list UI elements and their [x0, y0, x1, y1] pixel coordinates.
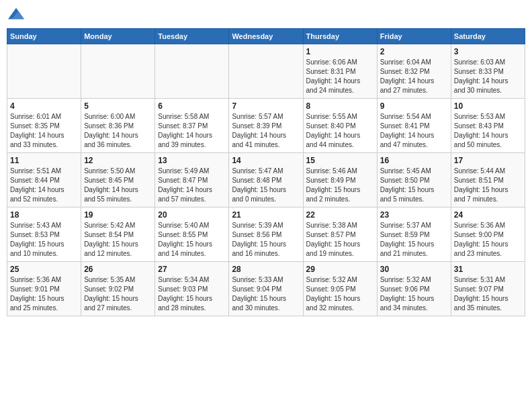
column-header-monday: Monday [81, 29, 155, 44]
logo [7, 7, 28, 23]
day-number: 26 [84, 265, 152, 274]
day-number: 6 [158, 101, 226, 111]
column-header-wednesday: Wednesday [229, 29, 303, 44]
calendar-cell: 15Sunrise: 5:46 AM Sunset: 8:49 PM Dayli… [303, 153, 377, 208]
calendar-cell: 24Sunrise: 5:36 AM Sunset: 9:00 PM Dayli… [451, 208, 525, 262]
day-info: Sunrise: 5:31 AM Sunset: 9:07 PM Dayligh… [454, 275, 522, 313]
calendar-cell: 17Sunrise: 5:44 AM Sunset: 8:51 PM Dayli… [451, 153, 525, 208]
calendar-cell: 16Sunrise: 5:45 AM Sunset: 8:50 PM Dayli… [377, 153, 451, 208]
column-header-thursday: Thursday [303, 29, 377, 44]
day-info: Sunrise: 5:58 AM Sunset: 8:37 PM Dayligh… [158, 112, 226, 150]
day-info: Sunrise: 6:06 AM Sunset: 8:31 PM Dayligh… [306, 58, 374, 95]
calendar-cell: 11Sunrise: 5:51 AM Sunset: 8:44 PM Dayli… [7, 153, 81, 208]
day-info: Sunrise: 5:32 AM Sunset: 9:05 PM Dayligh… [306, 275, 374, 313]
day-info: Sunrise: 5:53 AM Sunset: 8:43 PM Dayligh… [454, 112, 522, 150]
day-number: 8 [306, 101, 374, 111]
day-info: Sunrise: 5:38 AM Sunset: 8:57 PM Dayligh… [306, 221, 374, 259]
day-info: Sunrise: 6:01 AM Sunset: 8:35 PM Dayligh… [10, 112, 78, 150]
day-number: 1 [306, 47, 374, 56]
day-info: Sunrise: 5:43 AM Sunset: 8:53 PM Dayligh… [10, 221, 78, 259]
calendar-cell: 31Sunrise: 5:31 AM Sunset: 9:07 PM Dayli… [451, 262, 525, 316]
day-number: 23 [380, 210, 448, 220]
day-number: 7 [232, 101, 300, 111]
day-number: 27 [158, 265, 226, 274]
day-number: 18 [10, 210, 78, 220]
day-info: Sunrise: 5:32 AM Sunset: 9:06 PM Dayligh… [380, 275, 448, 313]
day-info: Sunrise: 5:36 AM Sunset: 9:01 PM Dayligh… [10, 275, 78, 313]
day-number: 9 [380, 101, 448, 111]
calendar-cell: 9Sunrise: 5:54 AM Sunset: 8:41 PM Daylig… [377, 99, 451, 153]
calendar-cell [81, 44, 155, 99]
week-row-4: 18Sunrise: 5:43 AM Sunset: 8:53 PM Dayli… [7, 208, 525, 262]
day-number: 12 [84, 156, 152, 165]
day-number: 20 [158, 210, 226, 220]
day-info: Sunrise: 5:51 AM Sunset: 8:44 PM Dayligh… [10, 167, 78, 204]
day-number: 25 [10, 265, 78, 274]
calendar-cell [7, 44, 81, 99]
day-number: 22 [306, 210, 374, 220]
day-number: 29 [306, 265, 374, 274]
calendar-cell: 12Sunrise: 5:50 AM Sunset: 8:45 PM Dayli… [81, 153, 155, 208]
day-info: Sunrise: 5:42 AM Sunset: 8:54 PM Dayligh… [84, 221, 152, 259]
week-row-5: 25Sunrise: 5:36 AM Sunset: 9:01 PM Dayli… [7, 262, 525, 316]
column-header-saturday: Saturday [451, 29, 525, 44]
day-number: 13 [158, 156, 226, 165]
day-info: Sunrise: 5:44 AM Sunset: 8:51 PM Dayligh… [454, 167, 522, 204]
day-number: 28 [232, 265, 300, 274]
day-info: Sunrise: 6:00 AM Sunset: 8:36 PM Dayligh… [84, 112, 152, 150]
day-info: Sunrise: 5:45 AM Sunset: 8:50 PM Dayligh… [380, 167, 448, 204]
day-info: Sunrise: 6:03 AM Sunset: 8:33 PM Dayligh… [454, 58, 522, 95]
week-row-3: 11Sunrise: 5:51 AM Sunset: 8:44 PM Dayli… [7, 153, 525, 208]
calendar-cell: 18Sunrise: 5:43 AM Sunset: 8:53 PM Dayli… [7, 208, 81, 262]
calendar-cell [155, 44, 229, 99]
calendar-cell: 30Sunrise: 5:32 AM Sunset: 9:06 PM Dayli… [377, 262, 451, 316]
day-number: 17 [454, 156, 522, 165]
day-info: Sunrise: 5:55 AM Sunset: 8:40 PM Dayligh… [306, 112, 374, 150]
calendar-cell: 21Sunrise: 5:39 AM Sunset: 8:56 PM Dayli… [229, 208, 303, 262]
day-number: 16 [380, 156, 448, 165]
day-info: Sunrise: 5:33 AM Sunset: 9:04 PM Dayligh… [232, 275, 300, 313]
calendar-cell: 26Sunrise: 5:35 AM Sunset: 9:02 PM Dayli… [81, 262, 155, 316]
day-info: Sunrise: 5:39 AM Sunset: 8:56 PM Dayligh… [232, 221, 300, 259]
day-info: Sunrise: 5:37 AM Sunset: 8:59 PM Dayligh… [380, 221, 448, 259]
calendar-cell: 28Sunrise: 5:33 AM Sunset: 9:04 PM Dayli… [229, 262, 303, 316]
day-info: Sunrise: 6:04 AM Sunset: 8:32 PM Dayligh… [380, 58, 448, 95]
day-info: Sunrise: 5:49 AM Sunset: 8:47 PM Dayligh… [158, 167, 226, 204]
day-info: Sunrise: 5:47 AM Sunset: 8:48 PM Dayligh… [232, 167, 300, 204]
day-number: 5 [84, 101, 152, 111]
day-info: Sunrise: 5:46 AM Sunset: 8:49 PM Dayligh… [306, 167, 374, 204]
column-header-friday: Friday [377, 29, 451, 44]
calendar-cell [229, 44, 303, 99]
calendar-cell: 14Sunrise: 5:47 AM Sunset: 8:48 PM Dayli… [229, 153, 303, 208]
day-info: Sunrise: 5:35 AM Sunset: 9:02 PM Dayligh… [84, 275, 152, 313]
day-number: 10 [454, 101, 522, 111]
week-row-1: 1Sunrise: 6:06 AM Sunset: 8:31 PM Daylig… [7, 44, 525, 99]
calendar-cell: 10Sunrise: 5:53 AM Sunset: 8:43 PM Dayli… [451, 99, 525, 153]
page-header [7, 7, 525, 23]
header-row: SundayMondayTuesdayWednesdayThursdayFrid… [7, 29, 525, 44]
week-row-2: 4Sunrise: 6:01 AM Sunset: 8:35 PM Daylig… [7, 99, 525, 153]
day-number: 21 [232, 210, 300, 220]
day-info: Sunrise: 5:34 AM Sunset: 9:03 PM Dayligh… [158, 275, 226, 313]
calendar-cell: 27Sunrise: 5:34 AM Sunset: 9:03 PM Dayli… [155, 262, 229, 316]
day-number: 4 [10, 101, 78, 111]
column-header-sunday: Sunday [7, 29, 81, 44]
day-number: 14 [232, 156, 300, 165]
day-number: 19 [84, 210, 152, 220]
day-number: 15 [306, 156, 374, 165]
calendar-cell: 13Sunrise: 5:49 AM Sunset: 8:47 PM Dayli… [155, 153, 229, 208]
day-number: 24 [454, 210, 522, 220]
calendar-cell: 5Sunrise: 6:00 AM Sunset: 8:36 PM Daylig… [81, 99, 155, 153]
calendar-table: SundayMondayTuesdayWednesdayThursdayFrid… [7, 28, 525, 316]
column-header-tuesday: Tuesday [155, 29, 229, 44]
logo-icon [7, 7, 26, 23]
day-info: Sunrise: 5:36 AM Sunset: 9:00 PM Dayligh… [454, 221, 522, 259]
calendar-cell: 2Sunrise: 6:04 AM Sunset: 8:32 PM Daylig… [377, 44, 451, 99]
calendar-cell: 29Sunrise: 5:32 AM Sunset: 9:05 PM Dayli… [303, 262, 377, 316]
calendar-cell: 3Sunrise: 6:03 AM Sunset: 8:33 PM Daylig… [451, 44, 525, 99]
day-number: 11 [10, 156, 78, 165]
calendar-cell: 7Sunrise: 5:57 AM Sunset: 8:39 PM Daylig… [229, 99, 303, 153]
day-number: 3 [454, 47, 522, 56]
calendar-cell: 4Sunrise: 6:01 AM Sunset: 8:35 PM Daylig… [7, 99, 81, 153]
day-info: Sunrise: 5:54 AM Sunset: 8:41 PM Dayligh… [380, 112, 448, 150]
